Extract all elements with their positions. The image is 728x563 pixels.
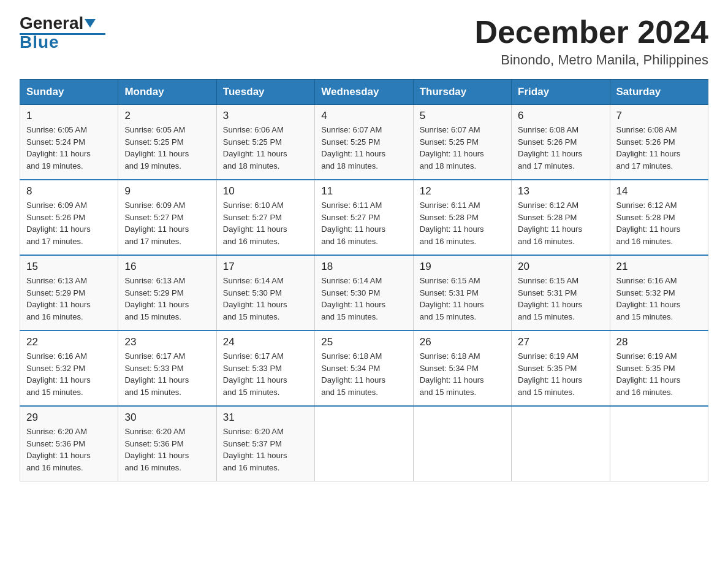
day-number: 24	[223, 336, 308, 348]
calendar-cell: 14Sunrise: 6:12 AMSunset: 5:28 PMDayligh…	[610, 180, 708, 255]
page-title: December 2024	[474, 15, 708, 50]
calendar-week-row: 15Sunrise: 6:13 AMSunset: 5:29 PMDayligh…	[20, 255, 708, 331]
day-info: Sunrise: 6:20 AMSunset: 5:37 PMDaylight:…	[223, 426, 308, 473]
day-info: Sunrise: 6:13 AMSunset: 5:29 PMDaylight:…	[124, 275, 210, 323]
day-info: Sunrise: 6:15 AMSunset: 5:31 PMDaylight:…	[518, 275, 603, 323]
logo-triangle-icon	[85, 19, 96, 28]
calendar-cell	[315, 406, 413, 481]
calendar-cell: 9Sunrise: 6:09 AMSunset: 5:27 PMDaylight…	[118, 180, 216, 255]
calendar-cell: 16Sunrise: 6:13 AMSunset: 5:29 PMDayligh…	[118, 255, 216, 331]
day-info: Sunrise: 6:16 AMSunset: 5:32 PMDaylight:…	[616, 275, 702, 323]
day-number: 8	[26, 185, 112, 197]
day-info: Sunrise: 6:05 AMSunset: 5:24 PMDaylight:…	[26, 124, 112, 172]
calendar-cell: 8Sunrise: 6:09 AMSunset: 5:26 PMDaylight…	[20, 180, 118, 255]
day-number: 21	[616, 261, 702, 273]
calendar-cell: 24Sunrise: 6:17 AMSunset: 5:33 PMDayligh…	[216, 331, 314, 406]
day-info: Sunrise: 6:20 AMSunset: 5:36 PMDaylight:…	[26, 426, 112, 473]
calendar-cell: 28Sunrise: 6:19 AMSunset: 5:35 PMDayligh…	[610, 331, 708, 406]
calendar-cell: 1Sunrise: 6:05 AMSunset: 5:24 PMDaylight…	[20, 105, 118, 180]
header-tuesday: Tuesday	[216, 80, 314, 105]
day-number: 28	[616, 336, 702, 348]
calendar-cell: 4Sunrise: 6:07 AMSunset: 5:25 PMDaylight…	[315, 105, 413, 180]
calendar-cell: 12Sunrise: 6:11 AMSunset: 5:28 PMDayligh…	[413, 180, 511, 255]
calendar-cell: 19Sunrise: 6:15 AMSunset: 5:31 PMDayligh…	[413, 255, 511, 331]
calendar-cell: 27Sunrise: 6:19 AMSunset: 5:35 PMDayligh…	[512, 331, 610, 406]
day-info: Sunrise: 6:07 AMSunset: 5:25 PMDaylight:…	[321, 124, 406, 172]
logo-general-text: General	[20, 15, 83, 32]
day-number: 14	[616, 185, 702, 197]
calendar-cell: 25Sunrise: 6:18 AMSunset: 5:34 PMDayligh…	[315, 331, 413, 406]
day-number: 22	[26, 336, 112, 348]
day-number: 13	[518, 185, 603, 197]
calendar-week-row: 8Sunrise: 6:09 AMSunset: 5:26 PMDaylight…	[20, 180, 708, 255]
calendar-cell: 30Sunrise: 6:20 AMSunset: 5:36 PMDayligh…	[118, 406, 216, 481]
day-number: 7	[616, 110, 702, 122]
day-number: 3	[223, 110, 308, 122]
calendar-cell: 10Sunrise: 6:10 AMSunset: 5:27 PMDayligh…	[216, 180, 314, 255]
day-number: 17	[223, 261, 308, 273]
page-subtitle: Binondo, Metro Manila, Philippines	[474, 52, 708, 68]
logo-blue-text: Blue	[20, 33, 59, 52]
day-number: 23	[124, 336, 210, 348]
day-info: Sunrise: 6:12 AMSunset: 5:28 PMDaylight:…	[616, 199, 702, 247]
day-number: 16	[124, 261, 210, 273]
calendar-cell: 21Sunrise: 6:16 AMSunset: 5:32 PMDayligh…	[610, 255, 708, 331]
day-info: Sunrise: 6:14 AMSunset: 5:30 PMDaylight:…	[321, 275, 406, 323]
day-number: 27	[518, 336, 603, 348]
calendar-cell: 13Sunrise: 6:12 AMSunset: 5:28 PMDayligh…	[512, 180, 610, 255]
day-info: Sunrise: 6:19 AMSunset: 5:35 PMDaylight:…	[518, 350, 603, 398]
header-friday: Friday	[512, 80, 610, 105]
logo: General Blue	[20, 15, 105, 52]
day-number: 10	[223, 185, 308, 197]
title-area: December 2024 Binondo, Metro Manila, Phi…	[474, 15, 708, 68]
calendar-cell: 6Sunrise: 6:08 AMSunset: 5:26 PMDaylight…	[512, 105, 610, 180]
day-info: Sunrise: 6:17 AMSunset: 5:33 PMDaylight:…	[223, 350, 308, 398]
day-number: 12	[420, 185, 505, 197]
day-number: 20	[518, 261, 603, 273]
header-saturday: Saturday	[610, 80, 708, 105]
calendar-cell: 3Sunrise: 6:06 AMSunset: 5:25 PMDaylight…	[216, 105, 314, 180]
day-info: Sunrise: 6:09 AMSunset: 5:26 PMDaylight:…	[26, 199, 112, 247]
day-info: Sunrise: 6:20 AMSunset: 5:36 PMDaylight:…	[124, 426, 210, 473]
day-number: 15	[26, 261, 112, 273]
day-info: Sunrise: 6:08 AMSunset: 5:26 PMDaylight:…	[518, 124, 603, 172]
calendar-week-row: 22Sunrise: 6:16 AMSunset: 5:32 PMDayligh…	[20, 331, 708, 406]
day-info: Sunrise: 6:09 AMSunset: 5:27 PMDaylight:…	[124, 199, 210, 247]
day-info: Sunrise: 6:15 AMSunset: 5:31 PMDaylight:…	[420, 275, 505, 323]
calendar-cell: 17Sunrise: 6:14 AMSunset: 5:30 PMDayligh…	[216, 255, 314, 331]
day-info: Sunrise: 6:05 AMSunset: 5:25 PMDaylight:…	[124, 124, 210, 172]
calendar-cell	[610, 406, 708, 481]
day-number: 31	[223, 412, 308, 424]
calendar-cell: 15Sunrise: 6:13 AMSunset: 5:29 PMDayligh…	[20, 255, 118, 331]
calendar-cell	[413, 406, 511, 481]
day-info: Sunrise: 6:17 AMSunset: 5:33 PMDaylight:…	[124, 350, 210, 398]
day-info: Sunrise: 6:16 AMSunset: 5:32 PMDaylight:…	[26, 350, 112, 398]
day-number: 2	[124, 110, 210, 122]
page-header: General Blue December 2024 Binondo, Metr…	[20, 15, 708, 68]
day-number: 9	[124, 185, 210, 197]
day-number: 25	[321, 336, 406, 348]
header-thursday: Thursday	[413, 80, 511, 105]
calendar-cell: 7Sunrise: 6:08 AMSunset: 5:26 PMDaylight…	[610, 105, 708, 180]
calendar-cell: 22Sunrise: 6:16 AMSunset: 5:32 PMDayligh…	[20, 331, 118, 406]
day-number: 29	[26, 412, 112, 424]
day-number: 19	[420, 261, 505, 273]
day-info: Sunrise: 6:14 AMSunset: 5:30 PMDaylight:…	[223, 275, 308, 323]
calendar-cell: 29Sunrise: 6:20 AMSunset: 5:36 PMDayligh…	[20, 406, 118, 481]
calendar-week-row: 1Sunrise: 6:05 AMSunset: 5:24 PMDaylight…	[20, 105, 708, 180]
calendar-cell: 11Sunrise: 6:11 AMSunset: 5:27 PMDayligh…	[315, 180, 413, 255]
day-info: Sunrise: 6:18 AMSunset: 5:34 PMDaylight:…	[321, 350, 406, 398]
calendar-cell: 20Sunrise: 6:15 AMSunset: 5:31 PMDayligh…	[512, 255, 610, 331]
calendar-table: SundayMondayTuesdayWednesdayThursdayFrid…	[20, 79, 708, 481]
day-info: Sunrise: 6:19 AMSunset: 5:35 PMDaylight:…	[616, 350, 702, 398]
calendar-cell: 2Sunrise: 6:05 AMSunset: 5:25 PMDaylight…	[118, 105, 216, 180]
calendar-cell: 26Sunrise: 6:18 AMSunset: 5:34 PMDayligh…	[413, 331, 511, 406]
day-number: 6	[518, 110, 603, 122]
day-info: Sunrise: 6:11 AMSunset: 5:27 PMDaylight:…	[321, 199, 406, 247]
calendar-cell	[512, 406, 610, 481]
header-sunday: Sunday	[20, 80, 118, 105]
day-number: 5	[420, 110, 505, 122]
header-wednesday: Wednesday	[315, 80, 413, 105]
day-number: 4	[321, 110, 406, 122]
day-info: Sunrise: 6:11 AMSunset: 5:28 PMDaylight:…	[420, 199, 505, 247]
